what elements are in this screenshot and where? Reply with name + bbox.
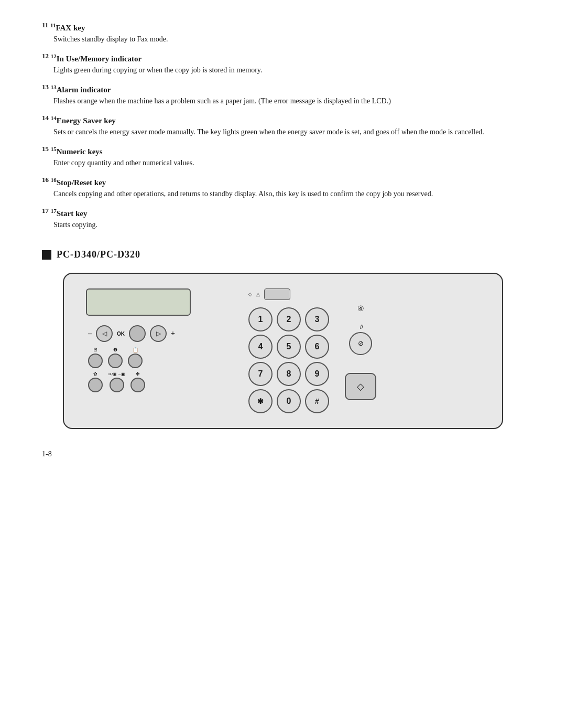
ok-row: – ◁ OK ▷ + [88,325,227,342]
key-9-button[interactable]: 9 [305,362,329,386]
icon-energy-label: ✿ [93,371,97,377]
key-1-button[interactable]: 1 [248,307,273,331]
key-row-2: 4 5 6 [248,335,329,359]
item-12-number: 12 [42,52,49,60]
key-row-3: 7 8 9 [248,362,329,386]
item-16-desc: Cancels copying and other operations, an… [53,188,524,199]
energy-button[interactable] [88,378,103,392]
start-button[interactable]: ◇ [345,373,376,400]
icon-col-2: ❶ [108,347,123,368]
item-17: 17 17Start key Starts copying. [42,207,524,230]
doc-button[interactable] [128,354,143,368]
item-15-number: 15 [42,145,49,153]
item-14-number: 14 [42,114,49,122]
content-section: 11 11FAX key Switches standby display to… [42,21,524,458]
key-3-button[interactable]: 3 [305,307,329,331]
section-header-bar-icon [42,250,51,260]
icon-chain-label: ⇒/▣→▣ [108,372,125,377]
key-hash-button[interactable]: # [305,389,329,413]
item-17-number: 17 [42,207,49,215]
icon-id-label: 🖹 [93,347,98,352]
icon-col-4: ✿ [88,371,103,392]
key-5-label: 5 [287,342,291,351]
key-8-label: 8 [287,369,291,379]
alarm-indicator: △ [256,292,260,297]
item-15-title: 15Numeric keys [51,147,103,156]
start-area: ◇ [345,368,376,400]
right-arrow-button[interactable]: ▷ [150,325,167,342]
circled-4-icon: ④ [357,304,364,313]
item-15: 15 15Numeric keys Enter copy quantity an… [42,145,524,168]
circle-button[interactable] [108,354,123,368]
icon-flower-label: ✤ [136,371,140,377]
lcd-display [86,288,191,316]
panel-inner: – ◁ OK ▷ + 🖹 [81,288,485,413]
key-row-4: ✱ 0 # [248,389,329,413]
id-button[interactable] [88,354,103,368]
key-4-button[interactable]: 4 [248,335,273,359]
key-2-label: 2 [287,315,291,324]
slash-label: // [360,324,363,330]
item-17-title: 17Start key [51,209,88,218]
section-header: PC-D340/PC-D320 [42,249,524,260]
key-6-button[interactable]: 6 [305,335,329,359]
stop-area: // ⊘ [345,324,376,355]
item-16-number: 16 [42,176,49,184]
energy-area: ④ [345,304,376,313]
panel-diagram: – ◁ OK ▷ + 🖹 [63,273,503,429]
key-1-label: 1 [258,315,263,324]
stop-reset-button[interactable]: ⊘ [349,332,372,355]
key-0-button[interactable]: 0 [277,389,301,413]
side-keys: ④ // ⊘ ◇ [345,288,376,413]
minus-label: – [88,329,92,338]
item-17-desc: Starts copying. [53,219,524,230]
icon-col-5: ⇒/▣→▣ [108,372,125,392]
key-4-label: 4 [258,342,263,351]
ok-button[interactable] [129,325,146,342]
key-7-button[interactable]: 7 [248,362,273,386]
item-11-number: 11 [42,21,48,29]
key-9-label: 9 [315,369,320,379]
key-row-1: 1 2 3 [248,307,329,331]
key-0-label: 0 [287,397,291,406]
item-12: 12 12In Use/Memory indicator Lights gree… [42,52,524,76]
icon-col-6: ✤ [130,371,145,392]
key-8-button[interactable]: 8 [277,362,301,386]
key-2-button[interactable]: 2 [277,307,301,331]
icon-col-3: 📋 [128,347,143,368]
item-16: 16 16Stop/Reset key Cancels copying and … [42,176,524,199]
flower-button[interactable] [130,378,145,392]
plus-label: + [171,329,175,338]
key-3-label: 3 [315,315,320,324]
ok-label: OK [117,331,125,337]
left-arrow-icon: ◁ [102,330,107,338]
indicator-button[interactable] [264,288,290,300]
key-5-button[interactable]: 5 [277,335,301,359]
icon-circle-label: ❶ [113,347,117,352]
top-indicators: ◇ △ [248,288,329,300]
panel-right: ◇ △ 1 2 3 [248,288,485,413]
key-hash-label: # [315,397,319,405]
item-14: 14 14Energy Saver key Sets or cancels th… [42,114,524,137]
left-arrow-button[interactable]: ◁ [96,325,113,342]
start-icon: ◇ [357,381,364,392]
key-star-button[interactable]: ✱ [248,389,273,413]
icon-row-1: 🖹 ❶ 📋 [88,347,227,368]
item-13-number: 13 [42,83,49,91]
page-number: 1-8 [42,450,524,458]
chain-button[interactable] [110,378,124,392]
item-13: 13 13Alarm indicator Flashes orange when… [42,83,524,106]
item-11: 11 11FAX key Switches standby display to… [42,21,524,45]
item-16-title: 16Stop/Reset key [51,178,106,187]
right-arrow-icon: ▷ [156,330,161,338]
item-15-desc: Enter copy quantity and other numerical … [53,157,524,168]
item-13-desc: Flashes orange when the machine has a pr… [53,95,524,106]
item-13-title: 13Alarm indicator [51,85,111,94]
panel-left: – ◁ OK ▷ + 🖹 [81,288,227,395]
icon-col-1: 🖹 [88,347,103,368]
item-14-desc: Sets or cancels the energy saver mode ma… [53,126,524,137]
icon-row-2: ✿ ⇒/▣→▣ ✤ [88,371,227,392]
key-7-label: 7 [258,369,263,379]
item-12-desc: Lights green during copying or when the … [53,65,524,76]
keypad-area: ◇ △ 1 2 3 [248,288,329,413]
